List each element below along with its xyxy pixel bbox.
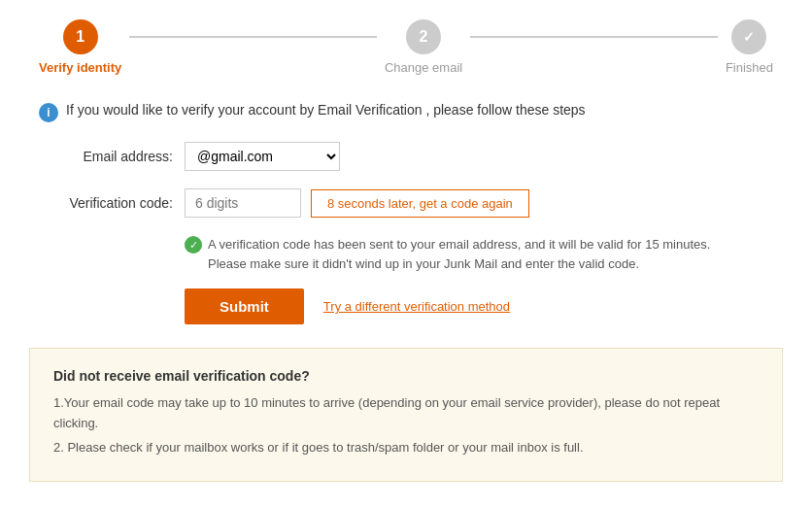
email-row: Email address: @gmail.com xyxy=(39,142,773,171)
step-1-circle: 1 xyxy=(63,19,98,54)
help-box: Did not receive email verification code?… xyxy=(29,348,783,482)
code-label: Verification code: xyxy=(39,195,185,211)
check-icon: ✓ xyxy=(185,236,202,254)
form-area: Email address: @gmail.com Verification c… xyxy=(0,132,812,324)
step-2-circle: 2 xyxy=(406,19,441,54)
stepper: 1 Verify identity 2 Change email ✓ Finis… xyxy=(0,0,812,85)
get-code-button[interactable]: 8 seconds later, get a code again xyxy=(311,189,529,218)
email-select[interactable]: @gmail.com xyxy=(185,142,340,171)
code-sent-message-row: ✓ A verification code has been sent to y… xyxy=(185,235,748,273)
submit-button[interactable]: Submit xyxy=(185,288,304,324)
code-sent-text: A verification code has been sent to you… xyxy=(208,235,748,273)
help-title: Did not receive email verification code? xyxy=(53,368,759,384)
step-1-label: Verify identity xyxy=(39,60,121,75)
step-3-label: Finished xyxy=(726,60,773,75)
info-box: i If you would like to verify your accou… xyxy=(0,85,812,132)
step-2-label: Change email xyxy=(385,60,462,75)
email-label: Email address: xyxy=(39,149,185,164)
help-item-1: 1.Your email code may take up to 10 minu… xyxy=(53,393,759,434)
verification-code-row: Verification code: 8 seconds later, get … xyxy=(39,188,773,218)
code-input[interactable] xyxy=(185,188,301,218)
help-item-2: 2. Please check if your mailbox works or… xyxy=(53,438,759,458)
step-finished: ✓ Finished xyxy=(726,19,773,75)
step-verify-identity: 1 Verify identity xyxy=(39,19,121,75)
verification-group: 8 seconds later, get a code again xyxy=(185,188,529,218)
info-text: If you would like to verify your account… xyxy=(66,102,586,118)
info-icon: i xyxy=(39,103,58,122)
alt-method-link[interactable]: Try a different verification method xyxy=(323,299,510,314)
step-change-email: 2 Change email xyxy=(385,19,462,75)
submit-row: Submit Try a different verification meth… xyxy=(185,288,773,324)
step-line-1 xyxy=(129,36,377,38)
step-line-2 xyxy=(470,36,718,38)
step-3-circle: ✓ xyxy=(731,19,766,54)
